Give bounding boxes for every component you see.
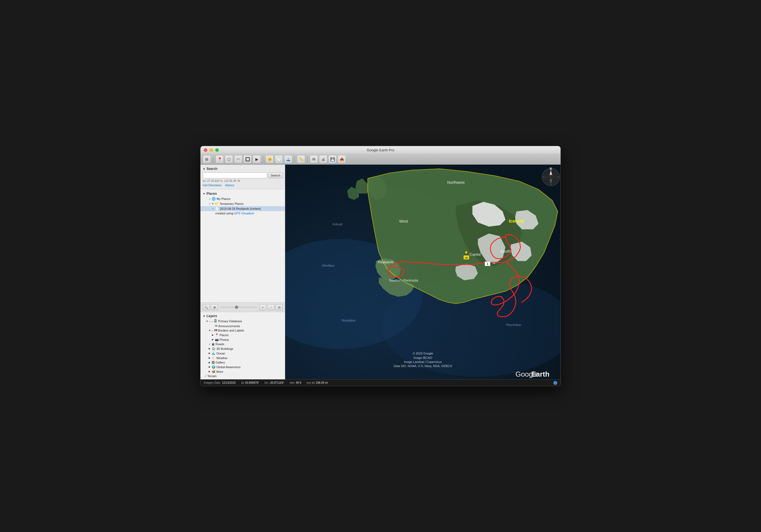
elev-item: elev 40 ft <box>290 381 301 384</box>
borders-labels-label: Borders and Labels <box>218 329 244 332</box>
gallery-item[interactable]: ▶ 🖼 Gallery <box>201 360 285 365</box>
minimize-button[interactable] <box>209 148 213 152</box>
get-directions-link[interactable]: Get Directions <box>203 184 222 187</box>
search-section-title: Search <box>206 167 217 171</box>
search-button[interactable]: Search <box>268 172 283 178</box>
share-button[interactable]: 📤 <box>338 155 346 163</box>
add-path-button[interactable]: 〰 <box>234 155 242 163</box>
toolbar: ⊞ 📍 ⬡ 〰 🔲 ▶ 🌞 🕐 🌊 📏 ✉ 🖨 💾 📤 <box>201 154 560 165</box>
gallery-expand: ▶ <box>209 361 211 364</box>
terrain-item[interactable]: ✓ Terrain <box>201 374 285 378</box>
borders-labels-item[interactable]: ▼ – 🗺 Borders and Labels <box>201 328 285 333</box>
svg-text:49: 49 <box>465 257 468 259</box>
history-link[interactable]: History <box>225 184 234 187</box>
3d-buildings-item[interactable]: ▶ 🏢 3D Buildings <box>201 346 285 351</box>
roads-icon: 🛣 <box>212 342 215 346</box>
add-item-button[interactable]: + <box>259 304 266 310</box>
lat-label: lat <box>241 381 244 384</box>
announcements-item[interactable]: ✉ Announcements <box>201 324 285 328</box>
gps-visualizer-link[interactable]: GPS Visualizer <box>234 212 254 215</box>
zoom-slider[interactable] <box>220 307 257 308</box>
toolbar-separator-1 <box>213 156 213 162</box>
save-image-button[interactable]: 💾 <box>328 155 336 163</box>
toolbar-separator-4 <box>307 156 308 162</box>
places-layer-label: Places <box>220 333 229 337</box>
layers-section-header[interactable]: ▼ Layers <box>201 313 285 319</box>
primary-database-item[interactable]: ▼ – – 🗄 Primary Database <box>201 319 285 324</box>
elev-value: 40 ft <box>296 381 301 384</box>
more-item[interactable]: ▶ 📦 More <box>201 369 285 374</box>
more-icon: 📦 <box>212 370 215 373</box>
svg-text:★: ★ <box>464 250 468 255</box>
window-title: Google Earth Pro <box>367 148 394 152</box>
temporary-places-item[interactable]: ✓ ▼ 📁 Temporary Places <box>201 201 285 206</box>
more-options-button[interactable]: ⊟ <box>276 304 283 310</box>
ocean-label: Ocean <box>216 352 225 355</box>
svg-text:Earth: Earth <box>531 370 550 378</box>
photos-expand: ▶ <box>212 338 214 341</box>
show-sunlight-button[interactable]: 🌞 <box>265 155 274 163</box>
weather-icon: ⛅ <box>212 356 215 360</box>
iceland-label: Iceland <box>509 218 524 223</box>
jokuldjup-label: Jökuldjup <box>322 264 334 267</box>
my-places-item[interactable]: ✓ 🌐 My Places <box>201 196 285 201</box>
status-indicator <box>554 381 557 385</box>
buildings-expand: ▶ <box>209 347 211 350</box>
gallery-icon: 🖼 <box>212 361 215 364</box>
kolluall-label: Kolluáll <box>333 222 342 226</box>
global-expand: ▶ <box>209 366 211 368</box>
close-button[interactable] <box>204 148 207 152</box>
primary-db-dash2: – <box>211 320 213 323</box>
northwest-label: Northwest <box>447 180 465 185</box>
record-tour-button[interactable]: ▶ <box>253 155 261 163</box>
global-awareness-item[interactable]: ▶ 🌍 Global Awareness <box>201 365 285 369</box>
map-area[interactable]: N Northwest West Capital South Reykjavík… <box>285 165 560 379</box>
svg-point-13 <box>558 177 558 178</box>
toggle-view-button[interactable]: ⊞ <box>211 304 218 310</box>
gps-track-check: ✓ <box>212 207 214 210</box>
add-placemark-button[interactable]: 📍 <box>215 155 224 163</box>
primary-db-icon: 🗄 <box>214 319 217 323</box>
primary-db-dash1: – <box>209 320 210 323</box>
svg-text:Image IBCAO: Image IBCAO <box>414 356 433 359</box>
primary-db-label: Primary Database <box>218 320 242 323</box>
zoom-slider-thumb[interactable] <box>235 306 238 309</box>
add-polygon-button[interactable]: ⬡ <box>225 155 233 163</box>
toolbar-separator-3 <box>294 156 295 162</box>
global-awareness-label: Global Awareness <box>216 365 240 369</box>
search-hint: ex: 37 25.818' N, 122 05.36' W <box>203 179 283 182</box>
imagery-date-value: 12/13/2015 <box>222 381 236 384</box>
places-layer-item[interactable]: ▶ 📍 Places <box>201 333 285 337</box>
sidebar-toggle-button[interactable]: ⊞ <box>203 155 211 163</box>
ruler-button[interactable]: 📏 <box>297 155 305 163</box>
skerjadjup-label: Skerjadjup <box>341 319 356 322</box>
places-layer-expand: ▶ <box>212 334 214 336</box>
remove-item-button[interactable]: − <box>267 304 274 310</box>
layers-collapse-icon: ▼ <box>203 315 205 318</box>
places-section-header[interactable]: ▼ Places <box>201 191 285 196</box>
gps-track-item[interactable]: ✓ 📄 2019-08-26 Reykjavik (Iceland, <box>201 206 285 211</box>
weather-item[interactable]: ▶ ⛅ Weather <box>201 356 285 360</box>
show-historical-button[interactable]: 🕐 <box>275 155 283 163</box>
photos-layer-item[interactable]: ▶ 📷 Photos <box>201 337 285 342</box>
eye-alt-item: eye alt 238.09 mi <box>307 381 328 384</box>
add-overlay-button[interactable]: 🔲 <box>243 155 252 163</box>
eye-alt-value: 238.09 mi <box>316 381 328 384</box>
print-button[interactable]: 🖨 <box>319 155 327 163</box>
primary-db-expand: ▼ <box>206 320 208 323</box>
lat-value: 63.858976° <box>245 381 259 384</box>
ocean-item[interactable]: ▶ 🌊 Ocean <box>201 351 285 356</box>
reynisdjup-label: Reynisdjup <box>506 323 521 326</box>
svg-text:© 2020 Google: © 2020 Google <box>413 352 433 355</box>
my-places-label: My Places <box>217 197 231 201</box>
buildings-icon: 🏢 <box>212 347 215 350</box>
roads-item[interactable]: ✓ 🛣 Roads <box>201 342 285 346</box>
search-places-button[interactable]: 🔍 <box>203 304 210 310</box>
search-input[interactable] <box>203 172 267 178</box>
maximize-button[interactable] <box>215 148 219 152</box>
eye-alt-label: eye alt <box>307 381 315 384</box>
show-ocean-button[interactable]: 🌊 <box>284 155 292 163</box>
announcements-icon: ✉ <box>215 324 217 328</box>
global-icon: 🌍 <box>212 365 215 369</box>
email-button[interactable]: ✉ <box>310 155 318 163</box>
